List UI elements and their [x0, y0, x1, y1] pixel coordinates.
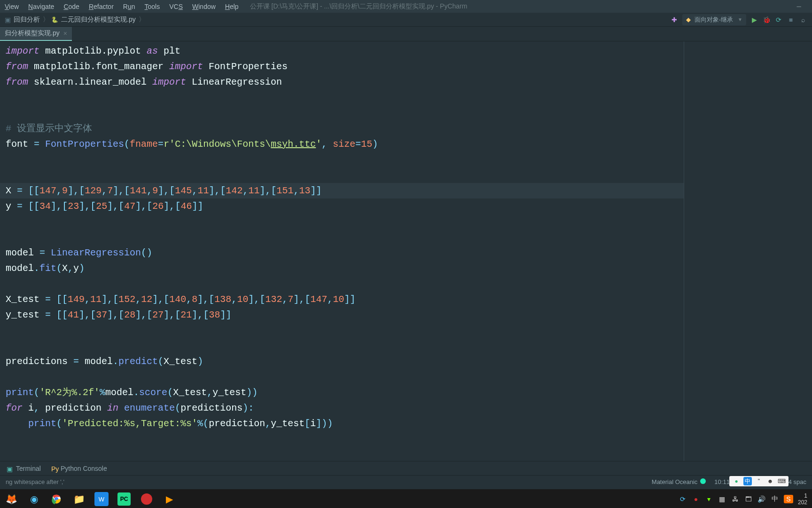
- editor-area[interactable]: import matplotlib.pyplot as pltfrom matp…: [0, 41, 812, 461]
- menu-tools[interactable]: Tools: [140, 3, 165, 10]
- taskbar-wps-icon[interactable]: W: [94, 492, 109, 506]
- ime-toolbar-overlay[interactable]: ● 中 " ☻ ⌨: [729, 476, 789, 486]
- breadcrumb-folder[interactable]: 回归分析: [14, 16, 40, 24]
- ime-keyboard-icon[interactable]: ⌨: [777, 477, 786, 485]
- status-bar: ng whitespace after ',' Material Oceanic…: [0, 475, 812, 488]
- status-indent[interactable]: 4 spac: [789, 478, 806, 485]
- tray-nvidia-icon[interactable]: ▾: [705, 495, 713, 503]
- run-with-coverage-button[interactable]: ⟳: [774, 16, 783, 24]
- python-console-icon: Py: [51, 465, 58, 472]
- run-configuration-label: 面向对象-继承: [695, 16, 733, 24]
- code-editor[interactable]: import matplotlib.pyplot as pltfrom matp…: [6, 43, 812, 461]
- folder-icon: ▣: [5, 16, 11, 24]
- taskbar-file-explorer-icon[interactable]: 📁: [68, 489, 90, 508]
- theme-indicator-dot: [700, 478, 706, 484]
- navigation-bar: ▣ 回归分析 〉 🐍 二元回归分析模型实现.py 〉 ✚ ◆ 面向对象-继承 ▼…: [0, 13, 812, 27]
- menu-refactor[interactable]: Refactor: [84, 3, 118, 10]
- terminal-tool-window-button[interactable]: ▣ Terminal: [7, 465, 41, 472]
- status-theme[interactable]: Material Oceanic: [652, 478, 706, 485]
- tray-ime-icon[interactable]: 中: [771, 495, 779, 503]
- close-tab-icon[interactable]: ×: [63, 30, 67, 37]
- tray-volume-icon[interactable]: 🔊: [757, 495, 766, 503]
- status-caret-position[interactable]: 10:11: [714, 478, 730, 485]
- taskbar-media-icon[interactable]: ▶: [158, 489, 180, 508]
- chevron-right-icon: 〉: [139, 16, 145, 24]
- taskbar-firefox-icon[interactable]: 🦊: [0, 489, 23, 508]
- tray-battery-icon[interactable]: 🗔: [744, 495, 753, 503]
- taskbar-recorder-icon[interactable]: [135, 489, 158, 508]
- chevron-right-icon: 〉: [43, 16, 49, 24]
- run-configuration-dropdown[interactable]: ◆ 面向对象-继承 ▼: [682, 14, 746, 25]
- menu-vcs[interactable]: VCS: [164, 3, 187, 10]
- tray-network-icon[interactable]: 🖧: [731, 495, 740, 503]
- editor-tab-active[interactable]: 归分析模型实现.py ×: [0, 27, 72, 41]
- terminal-icon: ▣: [7, 465, 13, 472]
- search-everywhere-button[interactable]: ⌕: [799, 16, 807, 24]
- tray-sogou-icon[interactable]: S: [784, 495, 793, 503]
- tray-record-icon[interactable]: ●: [692, 495, 700, 503]
- menu-view[interactable]: View: [0, 3, 23, 10]
- bottom-tool-window-bar: ▣ Terminal Py Python Console: [0, 461, 812, 475]
- ime-emoji-icon[interactable]: ☻: [766, 477, 774, 485]
- python-console-tool-window-button[interactable]: Py Python Console: [51, 465, 107, 472]
- menu-run[interactable]: Run: [118, 3, 140, 10]
- window-minimize-button[interactable]: ─: [789, 0, 808, 13]
- windows-taskbar: 🦊 ◉ 📁 W PC ▶ ⟳ ● ▾ ▦ 🖧 🗔 🔊 中 S 1 202: [0, 489, 812, 508]
- tab-label: 归分析模型实现.py: [5, 29, 60, 38]
- editor-tabs: 归分析模型实现.py ×: [0, 27, 812, 41]
- run-button[interactable]: ▶: [750, 16, 758, 24]
- taskbar-pycharm-icon[interactable]: PC: [113, 489, 135, 508]
- menu-code[interactable]: Code: [59, 3, 84, 10]
- menu-window[interactable]: Window: [187, 3, 220, 10]
- tray-sync-icon[interactable]: ⟳: [679, 495, 687, 503]
- stop-button[interactable]: ■: [787, 16, 795, 24]
- ime-punct-icon[interactable]: ": [755, 477, 763, 485]
- system-tray: ⟳ ● ▾ ▦ 🖧 🗔 🔊 中 S 1 202: [679, 492, 812, 506]
- tray-app-icon[interactable]: ▦: [718, 495, 726, 503]
- ime-tool-icon[interactable]: ●: [732, 477, 741, 485]
- python-file-icon: 🐍: [51, 16, 58, 23]
- breadcrumb-file[interactable]: 二元回归分析模型实现.py: [61, 16, 136, 24]
- menu-help[interactable]: Help: [220, 3, 243, 10]
- ime-lang-zh-icon[interactable]: 中: [743, 477, 752, 485]
- python-icon: ◆: [686, 16, 691, 23]
- window-title-path: 公开课 [D:\马克\公开课] - ...\回归分析\二元回归分析模型实现.py…: [250, 2, 468, 11]
- status-message: ng whitespace after ',': [6, 478, 64, 485]
- add-configuration-icon[interactable]: ✚: [670, 16, 679, 24]
- debug-button[interactable]: 🐞: [762, 16, 771, 24]
- tray-clock[interactable]: 1 202: [798, 492, 807, 506]
- chevron-down-icon: ▼: [738, 17, 742, 22]
- taskbar-edge-icon[interactable]: ◉: [23, 489, 45, 508]
- title-bar: View Navigate Code Refactor Run Tools VC…: [0, 0, 812, 13]
- menu-navigate[interactable]: Navigate: [23, 3, 59, 10]
- taskbar-chrome-icon[interactable]: [45, 489, 68, 508]
